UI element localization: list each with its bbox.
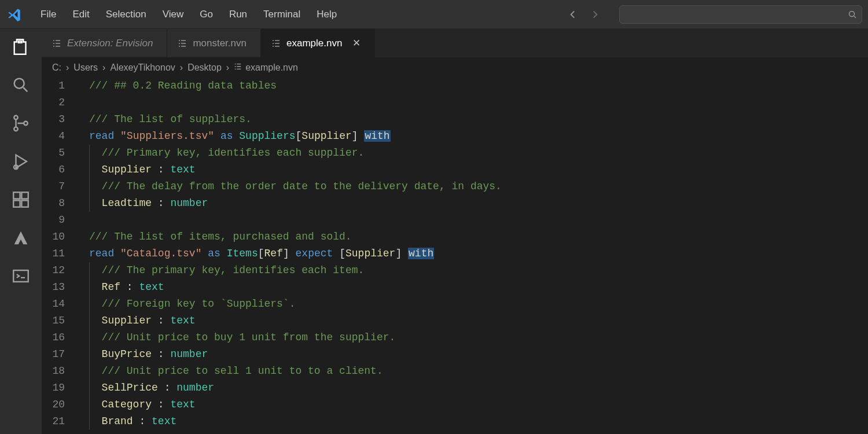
editor-tab[interactable]: Extension: Envision bbox=[42, 29, 167, 57]
line-number: 19 bbox=[42, 380, 82, 396]
code-content[interactable]: /// The list of items, purchased and sol… bbox=[82, 229, 352, 245]
code-content[interactable]: read "Catalog.tsv" as Items[Ref] expect … bbox=[82, 245, 434, 262]
explorer-icon[interactable] bbox=[11, 37, 31, 57]
atlassian-icon[interactable] bbox=[11, 228, 31, 248]
menu-item-file[interactable]: File bbox=[32, 5, 64, 24]
tab-label: Extension: Envision bbox=[67, 38, 153, 49]
code-content[interactable]: /// Unit price to sell 1 unit to to a cl… bbox=[82, 363, 383, 380]
svg-point-1 bbox=[14, 79, 24, 89]
line-number: 3 bbox=[42, 111, 82, 128]
breadcrumb[interactable]: C:›Users›AlexeyTikhonov›Desktop›example.… bbox=[42, 58, 868, 78]
code-line[interactable]: 10/// The list of items, purchased and s… bbox=[42, 229, 868, 245]
code-content[interactable]: BuyPrice : number bbox=[82, 346, 208, 363]
search-icon[interactable] bbox=[11, 75, 31, 95]
code-content[interactable]: SellPrice : number bbox=[82, 380, 214, 396]
close-icon[interactable]: ✕ bbox=[352, 37, 361, 49]
run-debug-icon[interactable] bbox=[11, 152, 31, 171]
code-content[interactable]: /// The delay from the order date to the… bbox=[82, 178, 502, 195]
code-line[interactable]: 5 /// Primary key, identifies each suppl… bbox=[42, 145, 868, 161]
file-list-icon bbox=[271, 39, 281, 48]
code-content[interactable]: Supplier : text bbox=[82, 161, 196, 178]
file-list-icon bbox=[234, 62, 242, 73]
chevron-right-icon: › bbox=[180, 62, 183, 73]
code-content[interactable]: /// ## 0.2 Reading data tables bbox=[82, 78, 277, 94]
code-content[interactable]: /// The list of suppliers. bbox=[82, 111, 252, 128]
nav-forward-icon[interactable] bbox=[589, 9, 601, 20]
line-number: 21 bbox=[42, 413, 82, 430]
breadcrumb-segment[interactable]: example.nvn bbox=[234, 62, 298, 73]
code-line[interactable]: 8 Leadtime : number bbox=[42, 195, 868, 212]
code-line[interactable]: 4read "Suppliers.tsv" as Suppliers[Suppl… bbox=[42, 128, 868, 145]
terminal-panel-icon[interactable] bbox=[11, 266, 31, 286]
breadcrumb-segment[interactable]: C: bbox=[52, 62, 61, 73]
code-line[interactable]: 21 Brand : text bbox=[42, 413, 868, 430]
line-number: 15 bbox=[42, 312, 82, 329]
code-line[interactable]: 17 BuyPrice : number bbox=[42, 346, 868, 363]
breadcrumb-segment[interactable]: Users bbox=[73, 62, 98, 73]
breadcrumb-label: Users bbox=[73, 62, 98, 73]
code-line[interactable]: 9 bbox=[42, 212, 868, 229]
breadcrumb-label: example.nvn bbox=[245, 62, 298, 73]
line-number: 9 bbox=[42, 212, 82, 229]
svg-rect-6 bbox=[13, 192, 20, 198]
code-line[interactable]: 12 /// The primary key, identifies each … bbox=[42, 262, 868, 279]
code-line[interactable]: 11read "Catalog.tsv" as Items[Ref] expec… bbox=[42, 245, 868, 262]
code-line[interactable]: 2 bbox=[42, 94, 868, 111]
code-editor[interactable]: 1/// ## 0.2 Reading data tables23/// The… bbox=[42, 78, 868, 434]
code-line[interactable]: 13 Ref : text bbox=[42, 279, 868, 296]
code-content[interactable] bbox=[82, 212, 89, 229]
chevron-right-icon: › bbox=[102, 62, 105, 73]
code-content[interactable]: /// Primary key, identifies each supplie… bbox=[82, 145, 364, 161]
code-content[interactable]: /// Unit price to buy 1 unit from the su… bbox=[82, 329, 395, 346]
code-line[interactable]: 18 /// Unit price to sell 1 unit to to a… bbox=[42, 363, 868, 380]
menu-item-run[interactable]: Run bbox=[221, 5, 255, 24]
menu-item-help[interactable]: Help bbox=[308, 5, 345, 24]
file-list-icon bbox=[178, 39, 187, 48]
code-content[interactable]: Supplier : text bbox=[82, 312, 196, 329]
extensions-icon[interactable] bbox=[11, 190, 31, 209]
menu-item-go[interactable]: Go bbox=[192, 5, 221, 24]
code-line[interactable]: 20 Category : text bbox=[42, 396, 868, 413]
code-line[interactable]: 3/// The list of suppliers. bbox=[42, 111, 868, 128]
line-number: 11 bbox=[42, 245, 82, 262]
breadcrumb-segment[interactable]: Desktop bbox=[187, 62, 222, 73]
code-content[interactable]: /// The primary key, identifies each ite… bbox=[82, 262, 364, 279]
line-number: 17 bbox=[42, 346, 82, 363]
menu-item-edit[interactable]: Edit bbox=[64, 5, 97, 24]
nav-back-icon[interactable] bbox=[567, 9, 579, 20]
titlebar: FileEditSelectionViewGoRunTerminalHelp bbox=[0, 0, 868, 29]
editor-tab[interactable]: monster.nvn bbox=[167, 29, 261, 57]
menu-item-view[interactable]: View bbox=[155, 5, 192, 24]
source-control-icon[interactable] bbox=[11, 113, 31, 133]
editor-tab[interactable]: example.nvn✕ bbox=[261, 29, 375, 57]
code-line[interactable]: 19 SellPrice : number bbox=[42, 380, 868, 396]
menu-item-terminal[interactable]: Terminal bbox=[255, 5, 308, 24]
menubar: FileEditSelectionViewGoRunTerminalHelp bbox=[32, 5, 345, 24]
line-number: 8 bbox=[42, 195, 82, 212]
line-number: 2 bbox=[42, 94, 82, 111]
line-number: 12 bbox=[42, 262, 82, 279]
code-content[interactable]: Brand : text bbox=[82, 413, 176, 430]
code-line[interactable]: 15 Supplier : text bbox=[42, 312, 868, 329]
menu-item-selection[interactable]: Selection bbox=[98, 5, 155, 24]
svg-point-2 bbox=[14, 116, 18, 120]
code-line[interactable]: 7 /// The delay from the order date to t… bbox=[42, 178, 868, 195]
code-line[interactable]: 16 /// Unit price to buy 1 unit from the… bbox=[42, 329, 868, 346]
command-center-search[interactable] bbox=[619, 5, 862, 24]
code-line[interactable]: 1/// ## 0.2 Reading data tables bbox=[42, 78, 868, 94]
line-number: 5 bbox=[42, 145, 82, 161]
code-content[interactable]: Ref : text bbox=[82, 279, 164, 296]
breadcrumb-label: C: bbox=[52, 62, 61, 73]
svg-rect-10 bbox=[13, 270, 28, 282]
code-line[interactable]: 6 Supplier : text bbox=[42, 161, 868, 178]
code-content[interactable]: /// Foreign key to `Suppliers`. bbox=[82, 296, 295, 312]
code-line[interactable]: 14 /// Foreign key to `Suppliers`. bbox=[42, 296, 868, 312]
line-number: 18 bbox=[42, 363, 82, 380]
breadcrumb-segment[interactable]: AlexeyTikhonov bbox=[110, 62, 175, 73]
code-content[interactable] bbox=[82, 94, 89, 111]
line-number: 10 bbox=[42, 229, 82, 245]
breadcrumb-label: Desktop bbox=[187, 62, 222, 73]
code-content[interactable]: read "Suppliers.tsv" as Suppliers[Suppli… bbox=[82, 128, 391, 145]
code-content[interactable]: Category : text bbox=[82, 396, 196, 413]
code-content[interactable]: Leadtime : number bbox=[82, 195, 208, 212]
